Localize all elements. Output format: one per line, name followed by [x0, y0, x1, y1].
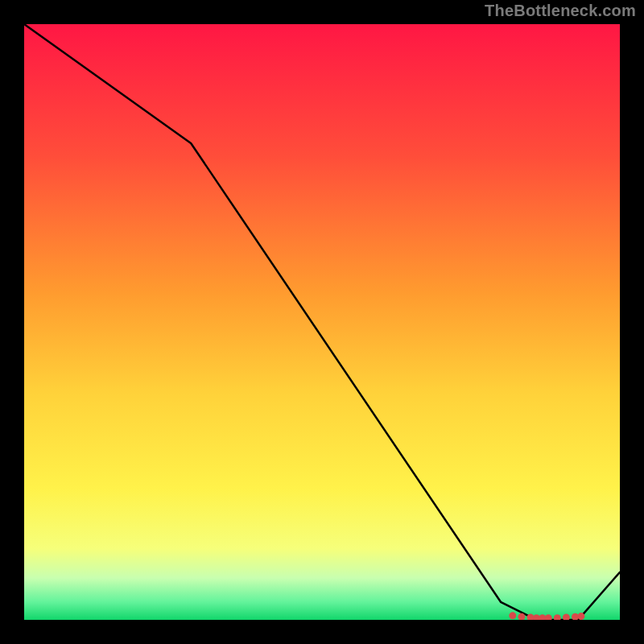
marker-point: [577, 613, 584, 620]
plot-area: [24, 24, 620, 620]
chart-svg: [24, 24, 620, 620]
marker-point: [509, 612, 516, 619]
chart-background: [24, 24, 620, 620]
watermark-text: TheBottleneck.com: [485, 2, 636, 20]
chart-frame: TheBottleneck.com: [0, 0, 644, 644]
